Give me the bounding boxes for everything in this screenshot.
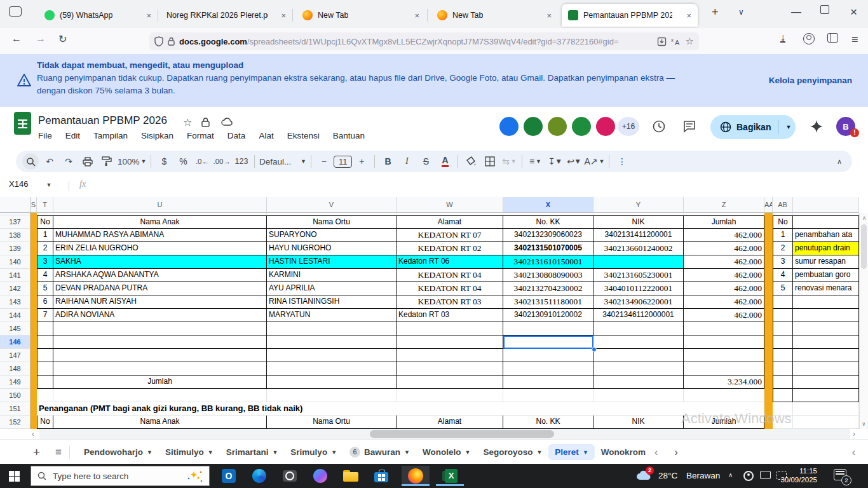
cell[interactable] (773, 295, 793, 309)
weather-temp[interactable]: 28°C (658, 471, 677, 480)
text-color-icon[interactable]: A (437, 153, 453, 170)
cell[interactable]: Alamat (397, 215, 503, 229)
cell[interactable]: 4 (37, 269, 53, 282)
cell[interactable]: Kedaton RT 03 (397, 309, 503, 322)
print-icon[interactable] (79, 153, 96, 170)
row-header[interactable]: 143 (0, 295, 31, 309)
cell[interactable] (31, 349, 37, 362)
collaborator-avatar[interactable] (548, 117, 567, 136)
cell[interactable] (684, 336, 764, 349)
cell[interactable]: 3 (773, 255, 793, 269)
cell[interactable] (773, 309, 793, 322)
scroll-down-icon[interactable]: ∨ (862, 421, 866, 427)
cell[interactable]: RAIHANA NUR AISYAH (53, 295, 267, 309)
cell[interactable]: 462.000 (684, 282, 764, 295)
downloads-icon[interactable]: ↓ (780, 33, 785, 43)
star-icon[interactable]: ☆ (183, 116, 192, 128)
column-header-w[interactable]: W (397, 197, 503, 213)
cell[interactable]: Nama Ortu (267, 215, 397, 229)
menu-alat[interactable]: Alat (259, 131, 273, 140)
column-header-t[interactable]: T (37, 197, 53, 213)
taskbar-explorer-icon[interactable] (337, 466, 365, 486)
zoom-select[interactable]: 100%▼ (118, 153, 146, 170)
cell[interactable]: ARSHAKA AQWA DANANTYA (53, 269, 267, 282)
taskbar-edge-icon[interactable] (245, 466, 273, 486)
cell[interactable]: SUPARYONO (267, 229, 397, 242)
collaborator-avatar[interactable] (524, 117, 543, 136)
sheet-tab-sitimulyo[interactable]: Sitimulyo▼ (159, 444, 220, 460)
cell[interactable]: No (773, 215, 793, 229)
browser-tab-newtab-1[interactable]: New Tab × (296, 4, 426, 27)
cell[interactable] (37, 322, 53, 336)
sheet-tab-wonokromo[interactable]: Wonokrom (595, 444, 646, 460)
account-icon[interactable] (803, 33, 815, 44)
cell[interactable]: Nama Anak (53, 215, 267, 229)
back-icon[interactable]: ← (11, 33, 22, 44)
cell[interactable]: 462.000 (684, 255, 764, 269)
tab-list-icon[interactable] (9, 6, 22, 17)
cell[interactable]: NIK (593, 215, 684, 229)
cell[interactable]: Nama Anak (53, 416, 267, 429)
horizontal-scrollbar[interactable]: ‹ › (0, 429, 868, 439)
taskbar-outlook-icon[interactable]: O (215, 466, 243, 486)
cell[interactable] (37, 336, 53, 349)
cell[interactable] (267, 376, 397, 389)
cell[interactable] (31, 336, 37, 349)
cell[interactable]: 3402131501070005 (503, 242, 593, 255)
cell[interactable]: KEDATON RT 04 (397, 269, 503, 282)
column-header-u[interactable]: U (53, 197, 267, 213)
cell[interactable] (684, 349, 764, 362)
cell[interactable] (267, 362, 397, 376)
start-button[interactable] (0, 466, 28, 486)
cell[interactable]: pembuatan goro (793, 269, 859, 282)
cell[interactable]: 7 (37, 309, 53, 322)
version-history-icon[interactable] (652, 119, 666, 133)
cell[interactable]: HASTIN LESTARI (267, 255, 397, 269)
cell[interactable] (764, 322, 773, 336)
cell[interactable]: 3404010112220001 (593, 282, 684, 295)
cell[interactable] (31, 416, 37, 429)
cell[interactable]: 5 (37, 282, 53, 295)
collapse-toolbar-icon[interactable]: ∧ (837, 158, 842, 166)
bold-icon[interactable]: B (379, 153, 396, 170)
cell[interactable]: AYU APRILIA (267, 282, 397, 295)
cell[interactable] (764, 282, 773, 295)
cell[interactable] (764, 349, 773, 362)
cell[interactable]: MARYATUN (267, 309, 397, 322)
increase-font-size-icon[interactable]: + (353, 153, 370, 170)
cell[interactable]: Jumlah (53, 376, 267, 389)
cell[interactable] (267, 349, 397, 362)
menu-format[interactable]: Format (187, 131, 214, 140)
cell[interactable] (31, 362, 37, 376)
cell[interactable]: 3402130910120002 (503, 309, 593, 322)
collaborator-avatar[interactable] (596, 117, 615, 136)
cell[interactable] (684, 322, 764, 336)
menu-icon[interactable]: ≡ (851, 33, 858, 46)
font-size-input[interactable]: 11 (334, 156, 353, 168)
cell[interactable]: Alamat (397, 416, 503, 429)
more-options-icon[interactable]: ⋮ (614, 153, 630, 170)
cell[interactable]: 3402132309060023 (503, 229, 593, 242)
cell[interactable]: Jumlah (684, 215, 764, 229)
translate-icon[interactable]: x̄A (671, 37, 681, 46)
cell[interactable] (503, 389, 593, 402)
manage-storage-link[interactable]: Kelola penyimpanan (769, 76, 852, 85)
cell[interactable]: KEDATON RT 07 (397, 229, 503, 242)
row-header[interactable]: 146 (0, 336, 31, 349)
sidebar-icon[interactable] (827, 33, 838, 43)
share-button[interactable]: Bagikan ▼ (710, 115, 796, 139)
menu-ekstensi[interactable]: Ekstensi (287, 131, 320, 140)
sheet-tab-bawuran[interactable]: 6Bawuran▼ (343, 444, 416, 461)
cell[interactable] (773, 376, 793, 389)
cell[interactable]: 3402136601240002 (593, 242, 684, 255)
cell[interactable]: 1 (37, 229, 53, 242)
format-percent-icon[interactable]: % (175, 153, 191, 170)
comment-icon[interactable] (682, 119, 696, 133)
cell[interactable] (397, 349, 503, 362)
cell[interactable] (397, 362, 503, 376)
cell[interactable] (53, 389, 267, 402)
cell[interactable]: NIK (593, 416, 684, 429)
bookmark-star-icon[interactable]: ☆ (686, 36, 694, 47)
cell[interactable] (31, 229, 37, 242)
cell[interactable] (503, 349, 593, 362)
